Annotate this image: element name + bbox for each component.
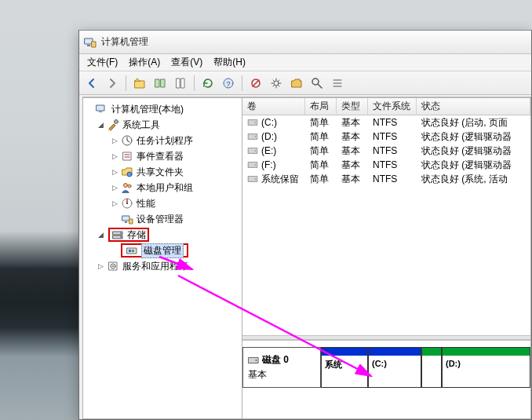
services-icon [107, 260, 119, 272]
up-button[interactable] [130, 74, 149, 93]
svg-rect-19 [99, 111, 102, 112]
svg-point-51 [255, 164, 257, 166]
grid-header-type[interactable]: 类型 [337, 98, 368, 115]
expand-icon [110, 246, 119, 255]
svg-point-36 [120, 232, 122, 234]
partition-d[interactable]: (D:) [442, 347, 530, 388]
disk-icon [248, 356, 259, 365]
menu-help[interactable]: 帮助(H) [209, 54, 250, 71]
list-button[interactable] [328, 74, 347, 93]
volume-row[interactable]: (D:)简单基本NTFS状态良好 (逻辑驱动器 [242, 130, 530, 144]
expand-icon[interactable]: ▷ [110, 167, 119, 177]
back-button[interactable] [82, 74, 101, 93]
svg-rect-31 [122, 216, 129, 221]
tree-shared-folders[interactable]: ▷ 共享文件夹 [83, 164, 242, 180]
tree-task-scheduler[interactable]: ▷ 任务计划程序 [83, 133, 242, 148]
tree-root[interactable]: 计算机管理(本地) [83, 101, 242, 117]
computer-icon [96, 103, 108, 115]
volume-fs: NTFS [368, 173, 417, 184]
drive-icon [247, 119, 258, 126]
tree-local-users-label: 本地用户和组 [137, 181, 193, 195]
volume-layout: 简单 [305, 116, 337, 130]
partition-gap[interactable] [421, 347, 442, 388]
tree-disk-management-label: 磁盘管理 [141, 243, 184, 258]
expand-icon[interactable]: ▷ [110, 183, 119, 192]
volume-type: 基本 [337, 130, 368, 144]
volume-name: 系统保留 [261, 173, 299, 186]
disk-row[interactable]: 磁盘 0 基本 系统 (C:) [242, 347, 530, 388]
partition-stripe [422, 348, 441, 356]
tree-event-viewer[interactable]: ▷ 事件查看器 [83, 148, 242, 164]
find-button[interactable] [308, 74, 326, 93]
tree-storage[interactable]: ◢ 存储 [83, 227, 242, 243]
tree-device-manager[interactable]: 设备管理器 [83, 211, 242, 227]
partition-c[interactable]: (C:) [368, 347, 421, 388]
svg-rect-5 [161, 79, 165, 87]
tree-shared-folders-label: 共享文件夹 [137, 166, 184, 179]
svg-point-55 [255, 359, 257, 360]
storage-icon [111, 228, 124, 241]
grid-header-volume[interactable]: 卷 [242, 98, 305, 115]
menubar: 文件(F) 操作(A) 查看(V) 帮助(H) [79, 54, 531, 71]
disk-type: 基本 [248, 368, 315, 382]
partition-c-label: (C:) [372, 359, 417, 368]
tree-services[interactable]: ▷ 服务和应用程序 [83, 258, 242, 274]
properties-button[interactable] [171, 74, 190, 93]
show-hide-tree-button[interactable] [151, 74, 169, 93]
svg-rect-7 [181, 79, 184, 88]
volume-row[interactable]: 系统保留简单基本NTFS状态良好 (系统, 活动 [242, 172, 530, 186]
tree-disk-management[interactable]: 磁盘管理 [83, 243, 242, 258]
volume-status: 状态良好 (逻辑驱动器 [417, 144, 530, 158]
svg-rect-22 [123, 152, 131, 160]
volume-row[interactable]: (C:)简单基本NTFS状态良好 (启动, 页面 [242, 115, 530, 130]
tree-local-users[interactable]: ▷ 本地用户和组 [83, 180, 242, 195]
tree-pane[interactable]: 计算机管理(本地) ◢ 系统工具 ▷ 任务计划程序 ▷ [82, 97, 242, 419]
titlebar[interactable]: 计算机管理 [79, 31, 531, 54]
drive-icon [247, 133, 258, 141]
expand-icon[interactable]: ▷ [110, 136, 119, 145]
volume-row[interactable]: (E:)简单基本NTFS状态良好 (逻辑驱动器 [242, 144, 530, 158]
window-title: 计算机管理 [101, 35, 148, 49]
forward-button[interactable] [103, 74, 122, 93]
menu-view[interactable]: 查看(V) [166, 54, 207, 71]
grid-header-layout[interactable]: 布局 [305, 98, 337, 115]
volume-fs: NTFS [368, 145, 417, 156]
tree-storage-label: 存储 [127, 228, 146, 242]
expand-icon[interactable]: ▷ [110, 152, 119, 161]
partition-system[interactable]: 系统 [321, 347, 368, 388]
collapse-icon[interactable]: ◢ [96, 230, 105, 239]
svg-point-27 [128, 184, 131, 188]
content-pane: 卷 布局 类型 文件系统 状态 (C:)简单基本NTFS状态良好 (启动, 页面… [242, 97, 531, 419]
volume-fs: NTFS [368, 131, 417, 142]
grid-header-fs[interactable]: 文件系统 [368, 98, 417, 115]
tree-storage-highlight: 存储 [108, 228, 149, 242]
disk-map: 磁盘 0 基本 系统 (C:) [242, 340, 530, 418]
computer-management-icon [84, 36, 97, 49]
partition-stripe [369, 348, 421, 356]
toolbar-separator [194, 75, 195, 91]
grid-header-status[interactable]: 状态 [417, 98, 530, 115]
svg-point-20 [115, 120, 118, 124]
tree-system-tools[interactable]: ◢ 系统工具 [83, 117, 242, 133]
menu-file[interactable]: 文件(F) [82, 54, 122, 71]
volume-status: 状态良好 (逻辑驱动器 [417, 130, 530, 144]
toolbar: ? [79, 71, 531, 95]
help-button[interactable]: ? [219, 74, 238, 93]
svg-point-49 [255, 150, 257, 152]
svg-point-37 [120, 236, 122, 238]
volume-row[interactable]: (F:)简单基本NTFS状态良好 (逻辑驱动器 [242, 158, 530, 172]
settings-button[interactable] [267, 74, 286, 93]
disk-label[interactable]: 磁盘 0 基本 [242, 347, 321, 388]
body-pane: 计算机管理(本地) ◢ 系统工具 ▷ 任务计划程序 ▷ [82, 97, 531, 419]
open-button[interactable] [287, 74, 306, 93]
refresh-button[interactable] [199, 74, 217, 93]
collapse-icon[interactable]: ◢ [96, 120, 105, 130]
event-icon [121, 150, 133, 163]
expand-icon[interactable]: ▷ [96, 261, 105, 271]
expand-icon [110, 214, 119, 224]
action-button-1[interactable] [246, 74, 265, 93]
menu-action[interactable]: 操作(A) [124, 54, 165, 71]
tree-performance[interactable]: ▷ 性能 [83, 195, 242, 211]
expand-icon[interactable]: ▷ [110, 199, 119, 208]
tools-icon [107, 119, 119, 131]
